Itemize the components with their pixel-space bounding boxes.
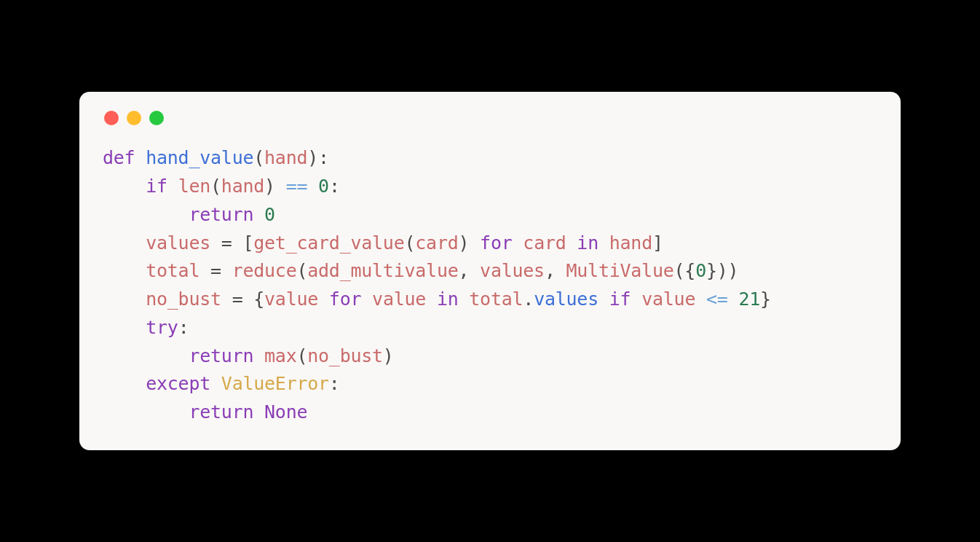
code-token: <= [695,288,738,310]
code-token: return [189,204,264,225]
code-token [103,232,146,254]
code-token: len [178,176,210,197]
code-token: : [178,317,189,338]
code-token [103,288,146,310]
code-token: ): [307,147,329,168]
code-token: total [469,288,523,310]
code-token [103,260,146,281]
zoom-icon[interactable] [149,111,164,125]
code-token: hand_value [146,147,253,168]
code-token: def [103,147,146,168]
code-window: def hand_value(hand): if len(hand) == 0:… [79,92,901,450]
code-token: 0 [264,204,275,225]
code-token: , [545,260,566,281]
code-token: reduce [232,260,297,281]
code-token: try [146,317,178,338]
code-token: hand [221,176,264,197]
code-token: MultiValue [566,260,674,281]
code-token: { [253,288,264,310]
code-token: ) [459,232,470,254]
code-token: in [566,232,609,254]
code-token: ( [253,147,264,168]
code-token: value [372,288,426,310]
code-token: ) [383,345,394,366]
code-token [103,317,146,338]
code-token: if [146,176,178,197]
code-token: if [598,288,641,310]
minimize-icon[interactable] [127,111,141,125]
code-token: values [146,232,210,254]
code-token: ) [264,176,286,197]
titlebar [103,111,877,125]
code-token: : [329,373,340,394]
code-token [103,176,146,197]
code-token: ( [296,345,307,366]
code-token: return [189,401,264,423]
code-token: ( [296,260,307,281]
code-token: ValueError [221,373,329,394]
code-token: no_bust [307,345,383,366]
code-token: : [329,176,340,197]
code-token: = [221,288,253,310]
code-token: value [641,288,695,310]
code-token [103,373,146,394]
code-token [103,401,189,423]
code-token: card [523,232,566,254]
code-token: get_card_value [253,232,404,254]
code-token: 0 [318,176,329,197]
code-token: return [189,345,264,366]
code-token: = [199,260,232,281]
code-token: . [523,288,534,310]
code-token: ({ [674,260,696,281]
code-token: hand [264,147,307,168]
code-token: 21 [738,288,760,310]
code-token: value [264,288,318,310]
close-icon[interactable] [104,111,119,125]
code-token: max [264,345,296,366]
code-token: in [426,288,469,310]
code-token: total [146,260,199,281]
code-token: [ [242,232,253,254]
code-token [103,345,189,366]
code-token: card [415,232,458,254]
code-token: == [286,176,318,197]
code-token: ] [652,232,663,254]
code-token: hand [609,232,652,254]
code-token [103,204,189,225]
code-token: except [146,373,221,394]
code-token: } [760,288,771,310]
code-token: add_multivalue [307,260,458,281]
code-token: ( [404,232,415,254]
code-token: = [210,232,242,254]
code-token: values [480,260,545,281]
code-token: no_bust [146,288,221,310]
code-token: })) [706,260,738,281]
code-token: for [469,232,523,254]
code-token: values [534,288,598,310]
code-token: None [264,401,307,423]
code-token: for [318,288,372,310]
code-token: , [458,260,480,281]
code-token: 0 [695,260,706,281]
code-token: ( [210,176,221,197]
code-block: def hand_value(hand): if len(hand) == 0:… [103,144,877,427]
